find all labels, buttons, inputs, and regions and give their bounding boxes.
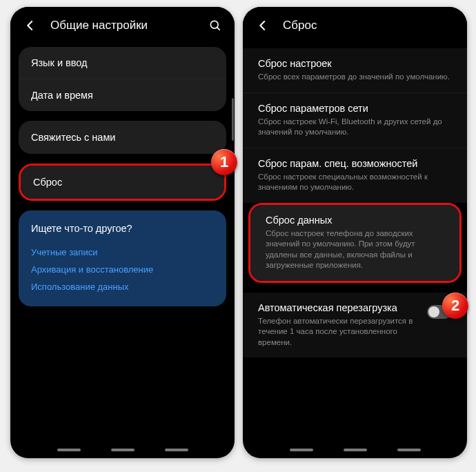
- auto-restart-card: Автоматическая перезагрузка Телефон авто…: [243, 293, 467, 358]
- link-data-usage[interactable]: Использование данных: [31, 278, 214, 295]
- step-badge-1: 1: [211, 149, 237, 175]
- row-contact-us[interactable]: Свяжитесь с нами: [19, 121, 226, 154]
- row-reset[interactable]: Сброс: [21, 166, 224, 199]
- looking-for-title: Ищете что-то другое?: [31, 223, 214, 234]
- nav-home[interactable]: [344, 449, 367, 451]
- row-subtitle: Сброс всех параметров до значений по умо…: [258, 72, 452, 83]
- row-reset-network[interactable]: Сброс параметров сети Сброс настроек Wi-…: [243, 92, 467, 148]
- group-contact: Свяжитесь с нами: [19, 121, 226, 154]
- row-title: Сброс параметров сети: [258, 103, 452, 114]
- highlight-factory-reset: Сброс данных Сброс настроек телефона до …: [248, 203, 462, 283]
- row-auto-restart[interactable]: Автоматическая перезагрузка Телефон авто…: [243, 293, 467, 358]
- page-title: Общие настройки: [50, 19, 208, 32]
- nav-back[interactable]: [397, 449, 421, 451]
- link-accounts[interactable]: Учетные записи: [31, 244, 214, 261]
- row-reset-accessibility[interactable]: Сброс парам. спец. возможностей Сброс на…: [243, 148, 467, 203]
- nav-back[interactable]: [165, 449, 188, 451]
- header: Сброс: [243, 7, 467, 43]
- row-subtitle: Сброс настроек специальных возможностей …: [258, 172, 452, 193]
- phone-reset: Сброс Сброс настроек Сброс всех параметр…: [243, 7, 467, 458]
- row-subtitle: Сброс настроек Wi-Fi, Bluetooth и других…: [258, 117, 452, 138]
- content: Язык и ввод Дата и время Свяжитесь с нам…: [10, 43, 235, 311]
- row-date-time[interactable]: Дата и время: [19, 79, 226, 111]
- row-language-input[interactable]: Язык и ввод: [19, 47, 226, 79]
- row-title: Сброс данных: [266, 215, 444, 226]
- step-badge-2: 2: [442, 293, 468, 319]
- scrollbar[interactable]: [232, 98, 234, 141]
- row-title: Автоматическая перезагрузка: [258, 302, 420, 313]
- row-title: Сброс настроек: [258, 58, 452, 69]
- search-icon[interactable]: [208, 19, 222, 32]
- nav-home[interactable]: [111, 449, 135, 451]
- highlight-reset: Сброс: [19, 164, 226, 201]
- nav-recents[interactable]: [290, 449, 313, 451]
- phone-general-settings: Общие настройки Язык и ввод Дата и время…: [10, 7, 235, 458]
- page-title: Сброс: [283, 19, 455, 32]
- svg-line-1: [217, 28, 220, 30]
- nav-bar: [243, 449, 467, 451]
- row-subtitle: Телефон автоматически перезагрузится в т…: [258, 316, 420, 348]
- svg-point-0: [210, 21, 218, 28]
- nav-bar: [10, 449, 235, 451]
- back-icon[interactable]: [23, 18, 38, 33]
- row-factory-reset[interactable]: Сброс данных Сброс настроек телефона до …: [250, 205, 459, 281]
- back-icon[interactable]: [255, 18, 270, 33]
- content: Сброс настроек Сброс всех параметров до …: [243, 43, 467, 357]
- row-subtitle: Сброс настроек телефона до заводских зна…: [266, 228, 444, 271]
- looking-for-card: Ищете что-то другое? Учетные записи Архи…: [19, 210, 226, 306]
- row-reset-settings[interactable]: Сброс настроек Сброс всех параметров до …: [243, 48, 467, 92]
- link-backup-restore[interactable]: Архивация и восстановление: [31, 261, 214, 278]
- header: Общие настройки: [10, 7, 235, 43]
- reset-list: Сброс настроек Сброс всех параметров до …: [243, 48, 467, 203]
- group-input-date: Язык и ввод Дата и время: [19, 47, 226, 111]
- row-title: Сброс парам. спец. возможностей: [258, 158, 452, 169]
- nav-recents[interactable]: [57, 449, 81, 451]
